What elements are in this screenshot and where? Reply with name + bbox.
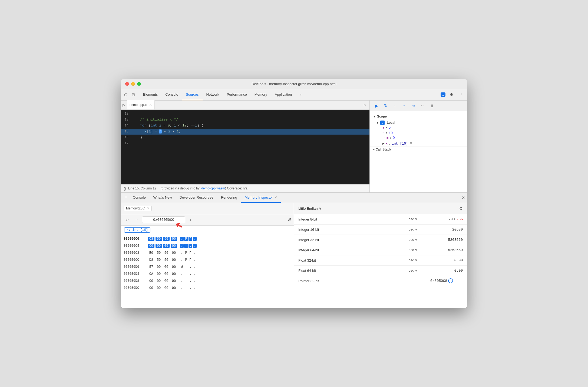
pointer-follow-link[interactable]: → [448,278,453,283]
inspector-settings-button[interactable]: ⚙ [459,206,463,211]
bottom-tab-memory-inspector-label: Memory Inspector [245,195,273,199]
local-badge: L [380,121,385,125]
cursor-icon[interactable]: ⬡ [123,92,128,97]
memory-nav-bar: ↩ ↪ › ↺ [121,214,294,226]
hex-row-6: 005050D8 00 00 00 00 . . . [121,278,294,285]
hex-row-7: 005050DC 00 00 00 00 . . . [121,285,294,292]
int16-type[interactable]: dec ∨ [409,228,430,231]
devtools-window: DevTools - memory-inspector.glitch.me/de… [121,79,467,308]
bottom-tab-whats-new[interactable]: What's New [150,192,176,203]
device-icon[interactable]: ⊡ [131,92,136,97]
bottom-tab-memory-inspector[interactable]: Memory Inspector ✕ [241,192,281,203]
tab-console[interactable]: Console [161,89,182,100]
refresh-button[interactable]: ↺ [288,217,291,222]
int8-type[interactable]: dec ∨ [409,217,430,221]
scope-var-i: i : 2 [374,126,467,131]
int64-label: Integer 64-bit [298,248,409,252]
more-options-button[interactable]: ⋮ [457,91,465,98]
editor-arrow-right[interactable]: ▷ [364,103,366,107]
title-bar: DevTools - memory-inspector.glitch.me/de… [121,79,467,89]
int16-value: 20680 [430,228,463,232]
endian-chevron: ∨ [319,206,322,211]
float64-label: Float 64-bit [298,269,409,273]
chat-badge[interactable]: 1 [441,92,445,97]
local-chevron: ▼ [376,121,379,125]
endian-label: Little Endian [298,206,318,211]
hex-row-1: 005050C4 00 00 00 00 . . . [121,242,294,249]
maximize-button[interactable] [137,82,141,86]
file-tab-close[interactable]: ✕ [149,103,152,107]
nav-go-button[interactable]: › [187,217,193,223]
hex-ascii-1: . . . . [180,244,197,248]
bottom-tabs-menu-icon[interactable]: ⋮ [123,195,129,200]
pause-on-exception-button[interactable]: ⏸ [428,102,435,109]
code-line-13: 13 /* initialize x */ [121,117,369,123]
memory-tab-name: Memory(256) [126,206,145,210]
nav-forward-button[interactable]: ↪ [133,216,140,223]
int32-type[interactable]: dec ∨ [409,238,430,242]
float64-type[interactable]: dec ∨ [409,269,430,272]
close-all-panels-button[interactable]: ✕ [461,195,465,200]
bottom-tab-dev-resources[interactable]: Developer Resources [176,192,217,203]
scope-label: Scope [377,115,387,118]
tab-memory[interactable]: Memory [251,89,271,100]
hex-ascii-0: . P P . [180,237,197,241]
step-over-button[interactable]: ↻ [382,102,389,109]
hex-bytes-1: 00 00 00 00 [148,244,177,248]
nav-back-button[interactable]: ↩ [124,216,131,223]
tab-network[interactable]: Network [203,89,223,100]
tab-application[interactable]: Application [271,89,296,100]
scope-local-title[interactable]: ▼ L Local [374,119,467,126]
settings-button[interactable]: ⚙ [448,91,455,98]
scope-local-section: ▼ L Local i : 2 n : 10 [370,119,467,146]
wasm-link[interactable]: demo-cpp.wasm [201,186,225,190]
code-line-17: 17 [121,141,369,146]
memory-inspect-icon[interactable]: ⊞ [410,141,412,146]
int64-type[interactable]: dec ∨ [409,248,430,252]
float32-type[interactable]: dec ∨ [409,258,430,262]
bottom-tab-console[interactable]: Console [129,192,150,203]
file-tab-demo-cpp[interactable]: demo-cpp.cc ✕ [127,100,155,109]
memory-hex-area: 005050C0 C8 50 50 00 . P P [121,234,294,308]
play-icon[interactable]: ▷ [123,103,125,107]
tab-left-icons: ⬡ ⊡ [123,92,136,97]
step-into-button[interactable]: ↓ [391,102,399,109]
close-button[interactable] [125,82,129,86]
memory-tab-label[interactable]: Memory(256) ✕ [124,206,152,211]
resume-button[interactable]: ▶ [373,102,380,109]
endian-selector[interactable]: Little Endian ∨ [298,206,322,211]
deactivate-breakpoints-button[interactable]: ✏ [419,102,426,109]
tab-sources[interactable]: Sources [182,89,203,100]
scope-var-sum: sum : 0 [374,136,467,141]
tab-elements[interactable]: Elements [139,89,161,100]
int8-value: 200-56 [430,217,463,221]
inspector-row-int16: Integer 16-bit dec ∨ 20680 [294,225,467,235]
scope-section-title[interactable]: ▼ Scope [370,114,467,119]
inspector-header: Little Endian ∨ ⚙ [294,203,467,214]
scope-var-x[interactable]: ▶ x : int [10] ⊞ [374,141,467,146]
var-x-expand[interactable]: ▶ [382,141,385,146]
code-line-16: 16 } [121,135,369,141]
tab-performance[interactable]: Performance [223,89,250,100]
bottom-tab-rendering[interactable]: Rendering [217,192,241,203]
memory-inspector-close[interactable]: ✕ [275,196,277,199]
memory-tab-close[interactable]: ✕ [147,207,149,210]
step-button[interactable]: ⇥ [409,102,417,109]
memory-toolbar: Memory(256) ✕ [121,203,294,214]
call-stack-title[interactable]: – Call Stack [370,146,467,152]
bottom-tabs: ⋮ Console What's New Developer Resources… [121,193,467,203]
inspector-row-int32: Integer 32-bit dec ∨ 5263560 [294,235,467,245]
top-tabs-list: Elements Console Sources Network Perform… [139,89,441,100]
inspector-row-float32: Float 32-bit dec ∨ 0.00 [294,255,467,266]
float32-value: 0.00 [430,258,463,262]
hex-bytes-0: C8 50 50 00 [148,237,177,241]
minimize-button[interactable] [131,82,135,86]
step-out-button[interactable]: ↑ [400,102,408,109]
pointer-link: 0x5050C8 → [430,278,463,283]
variable-badge[interactable]: x: int [10] [124,227,150,233]
int32-label: Integer 32-bit [298,238,409,242]
hex-row-5: 005050D4 0A 00 00 00 . . . [121,271,294,278]
pretty-print-icon[interactable]: {} [124,186,126,191]
debugger-toolbar: ▶ ↻ ↓ ↑ ⇥ ✏ ⏸ [370,101,467,111]
tab-more[interactable]: » [296,89,305,100]
